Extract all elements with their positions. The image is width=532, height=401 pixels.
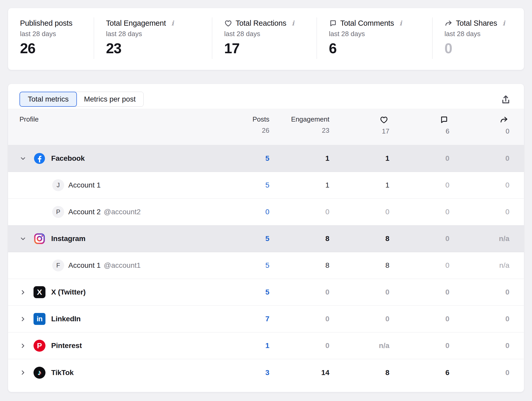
metric-value: 0 [269, 315, 329, 323]
info-icon[interactable]: i [400, 19, 402, 27]
metric-value[interactable]: 5 [209, 181, 269, 189]
metric-value: 14 [269, 369, 329, 377]
metric-value: 0 [449, 342, 509, 350]
stat-total-engagement: Total Engagement i last 28 days 23 [94, 19, 212, 70]
metric-value: n/a [449, 235, 509, 243]
metric-value[interactable]: 7 [209, 315, 269, 323]
stat-label: Total Reactions [236, 19, 286, 28]
metric-value[interactable]: 0 [209, 208, 269, 216]
chevron-right-icon[interactable] [19, 369, 27, 376]
metric-value: 0 [269, 208, 329, 216]
column-total: 26 [262, 126, 269, 135]
metric-value: 0 [389, 235, 449, 243]
chevron-right-icon[interactable] [19, 342, 27, 349]
stat-value: 0 [444, 40, 523, 57]
metric-value: 0 [449, 181, 509, 189]
facebook-icon [34, 152, 45, 164]
metric-value: 0 [449, 315, 509, 323]
column-header-profile: Profile [8, 115, 209, 145]
metric-value: 8 [329, 261, 389, 270]
stat-value: 26 [20, 40, 94, 57]
linkedin-icon: in [34, 313, 45, 325]
metric-value: n/a [449, 261, 509, 270]
x-icon: X [34, 286, 45, 298]
account-name: Account 1 [68, 261, 101, 270]
stat-value: 23 [106, 40, 212, 57]
column-total: 6 [446, 127, 449, 135]
stat-label: Total Comments [340, 19, 394, 28]
profile-cell: Facebook [8, 152, 209, 164]
profile-cell: ♪TikTok [8, 367, 209, 379]
metric-value: 0 [389, 181, 449, 189]
column-header-comments: 6 [389, 115, 449, 145]
metric-value: 8 [329, 369, 389, 377]
stat-label: Published posts [20, 19, 72, 28]
column-total: 23 [322, 126, 329, 135]
table-body: Facebook51100JAccount 151100PAccount 2@a… [8, 145, 524, 386]
stat-label: Total Shares [456, 19, 497, 28]
stat-period: last 28 days [106, 30, 212, 38]
platform-name: LinkedIn [51, 315, 81, 323]
metric-value[interactable]: 5 [209, 288, 269, 296]
info-icon[interactable]: i [503, 19, 505, 27]
social-analytics-page: Published posts last 28 days 26 Total En… [0, 0, 532, 401]
metric-value[interactable]: 5 [209, 261, 269, 270]
table-row-facebook[interactable]: Facebook51100 [8, 145, 524, 172]
info-icon[interactable]: i [292, 19, 294, 27]
metric-value[interactable]: 3 [209, 369, 269, 377]
stat-label: Total Engagement [106, 19, 166, 28]
metric-value: 1 [269, 154, 329, 163]
chevron-right-icon[interactable] [19, 316, 27, 323]
table-row-x[interactable]: XX (Twitter)50000 [8, 279, 524, 306]
tab-metrics-per-post[interactable]: Metrics per post [75, 92, 144, 107]
stat-total-reactions: Total Reactions i last 28 days 17 [212, 19, 317, 70]
metric-value: 0 [389, 288, 449, 296]
chevron-right-icon[interactable] [19, 289, 27, 296]
metric-value: 0 [449, 369, 509, 377]
metric-value: 0 [329, 288, 389, 296]
account-avatar: J [52, 179, 64, 191]
metric-value: 8 [329, 235, 389, 243]
account-handle: @account1 [104, 261, 141, 270]
profile-cell: XX (Twitter) [8, 286, 209, 298]
metric-value: 0 [389, 261, 449, 270]
stat-period: last 28 days [444, 30, 523, 38]
metric-value: 0 [449, 154, 509, 163]
metric-value[interactable]: 5 [209, 235, 269, 243]
pinterest-icon: P [34, 340, 45, 352]
account-name: Account 2 [68, 208, 101, 216]
profile-cell: Instagram [8, 233, 209, 245]
tab-total-metrics[interactable]: Total metrics [19, 92, 77, 107]
profile-cell: FAccount 1@account1 [8, 259, 209, 271]
stat-value: 6 [329, 40, 432, 57]
share-icon [500, 115, 508, 124]
tiktok-icon: ♪ [34, 367, 45, 379]
platform-name: Pinterest [51, 342, 82, 350]
comment-icon [440, 115, 448, 124]
table-row-linkedin[interactable]: inLinkedIn70000 [8, 306, 524, 332]
metric-value[interactable]: 5 [209, 154, 269, 163]
heart-icon [224, 19, 232, 27]
metric-value: 0 [329, 315, 389, 323]
table-row-instagram[interactable]: Instagram5880n/a [8, 225, 524, 252]
heart-icon [380, 115, 388, 124]
info-icon[interactable]: i [171, 19, 174, 27]
column-header-reactions: 17 [329, 115, 389, 145]
table-header: Profile Posts 26 Engagement 23 17 6 0 [8, 109, 524, 145]
chevron-down-icon[interactable] [19, 235, 27, 242]
account-handle: @account2 [104, 208, 141, 216]
table-row-account-1[interactable]: JAccount 151100 [8, 172, 524, 199]
chevron-down-icon[interactable] [19, 155, 27, 162]
metric-value: 1 [329, 181, 389, 189]
metric-value[interactable]: 1 [209, 342, 269, 350]
table-row-tiktok[interactable]: ♪TikTok314860 [8, 359, 524, 386]
export-button[interactable] [499, 93, 513, 107]
column-total: 17 [382, 127, 389, 135]
table-row-account-1[interactable]: FAccount 1@account15880n/a [8, 252, 524, 279]
stat-value: 17 [224, 40, 317, 57]
metric-value: 8 [269, 261, 329, 270]
metric-value: 1 [329, 154, 389, 163]
profile-cell: PPinterest [8, 340, 209, 352]
table-row-pinterest[interactable]: PPinterest10n/a00 [8, 332, 524, 359]
table-row-account-2[interactable]: PAccount 2@account200000 [8, 199, 524, 225]
